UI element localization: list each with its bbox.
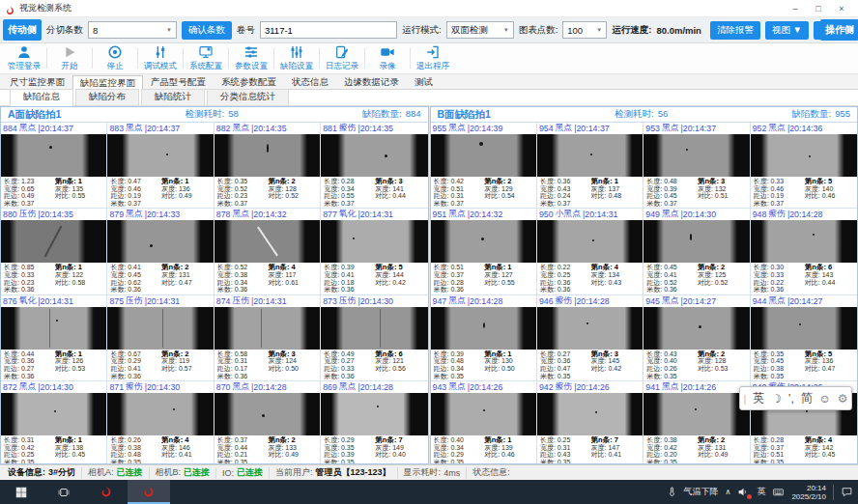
run-mode-select[interactable]: 双面检测 ▼ <box>446 21 514 39</box>
ime-fullwidth-moon-icon[interactable]: ☽ <box>771 392 782 406</box>
ime-drag-handle[interactable]: | <box>743 393 746 405</box>
defect-image[interactable] <box>537 134 643 177</box>
defect-image[interactable] <box>751 134 857 177</box>
defect-cell[interactable]: 953 黑点 |20:14:37 长度: 0.48 宽度: 0.39 距边: 0… <box>644 123 750 209</box>
defect-image[interactable] <box>431 393 536 435</box>
defect-cell[interactable]: 871 擦伤 |20:14:30 长度: 0.26 宽度: 0.38 距边: 0… <box>107 381 214 464</box>
defect-image[interactable] <box>1 220 106 263</box>
chart-points-select[interactable]: 100 ▼ <box>562 21 607 39</box>
defect-cell[interactable]: 944 黑点 |20:14:27 长度: 0.35 宽度: 0.45 距边: 0… <box>751 295 857 381</box>
maximize-icon[interactable]: □ <box>807 1 830 16</box>
defect-cell[interactable]: 876 氧化 |20:14:31 长度: 0.44 宽度: 0.36 距边: 0… <box>1 295 107 381</box>
defect-cell[interactable]: 882 黑点 |20:14:35 长度: 0.35 宽度: 0.52 距边: 0… <box>214 123 321 209</box>
action-stop-button[interactable]: 停止 <box>93 43 137 73</box>
ime-settings-icon[interactable]: ⚙ <box>838 392 848 406</box>
action-monitor-button[interactable]: 系统配置 <box>184 43 228 73</box>
tab-main-5[interactable]: 边缘数据记录 <box>336 74 407 89</box>
task-view-button[interactable] <box>43 480 85 504</box>
defect-image[interactable] <box>107 220 213 263</box>
defect-image[interactable] <box>214 220 320 263</box>
defect-image[interactable] <box>431 307 536 350</box>
defect-cell[interactable]: 881 擦伤 |20:14:35 长度: 0.28 宽度: 0.34 距边: 0… <box>321 123 427 209</box>
action-exit-button[interactable]: 退出程序 <box>411 43 455 73</box>
defect-image[interactable] <box>214 134 320 177</box>
taskbar-clock[interactable]: 20:14 2025/2/10 <box>791 484 826 501</box>
defect-cell[interactable]: 952 黑点 |20:14:36 长度: 0.33 宽度: 0.46 距边: 0… <box>751 123 857 209</box>
tray-expand-icon[interactable]: ∧ <box>726 488 731 496</box>
defect-cell[interactable]: 884 黑点 |20:14:37 长度: 1.23 宽度: 0.65 距边: 0… <box>1 123 107 209</box>
defect-image[interactable] <box>644 393 749 435</box>
action-sliders-button[interactable]: 参数设置 <box>229 43 273 73</box>
volume-icon[interactable] <box>737 486 750 498</box>
defect-image[interactable] <box>537 220 643 263</box>
defect-cell[interactable]: 878 黑点 |20:14:32 长度: 0.52 宽度: 0.38 距边: 0… <box>214 209 321 294</box>
defect-cell[interactable]: 948 擦伤 |20:14:28 长度: 0.30 宽度: 0.33 距边: 0… <box>751 209 857 294</box>
defect-cell[interactable]: 955 黑点 |20:14:39 长度: 0.42 宽度: 0.51 距边: 0… <box>431 123 537 209</box>
tab-sub-1[interactable]: 缺陷分布 <box>75 89 139 105</box>
tab-main-2[interactable]: 产品型号配置 <box>143 74 214 89</box>
ime-language-indicator[interactable]: 英 <box>757 486 765 498</box>
defect-image[interactable] <box>1 307 106 350</box>
confirm-count-button[interactable]: 确认条数 <box>182 21 232 40</box>
defect-cell[interactable]: 870 黑点 |20:14:28 长度: 0.37 宽度: 0.44 距边: 0… <box>214 381 321 464</box>
touch-keyboard-icon[interactable] <box>772 486 785 498</box>
close-icon[interactable]: × <box>830 1 853 16</box>
defect-image[interactable] <box>107 393 213 435</box>
defect-cell[interactable]: 950 小黑点 |20:14:31 长度: 0.22 宽度: 0.25 距边: … <box>537 209 644 294</box>
defect-cell[interactable]: 946 擦伤 |20:14:28 长度: 0.27 宽度: 0.36 距边: 0… <box>537 295 644 381</box>
notification-center-icon[interactable] <box>841 486 853 498</box>
weather-text[interactable]: 气温下降 <box>684 486 719 498</box>
ime-lang-toggle[interactable]: 英 <box>753 390 764 406</box>
defect-image[interactable] <box>537 307 643 350</box>
action-play-button[interactable]: 开始 <box>47 43 92 73</box>
defect-image[interactable] <box>644 220 749 263</box>
defect-cell[interactable]: 874 压伤 |20:14:31 长度: 0.58 宽度: 0.31 距边: 0… <box>214 295 321 381</box>
defect-cell[interactable]: 883 黑点 |20:14:37 长度: 0.47 宽度: 0.46 距边: 0… <box>107 123 214 209</box>
action-user-button[interactable]: 管理登录 <box>2 43 46 73</box>
defect-image[interactable] <box>431 134 536 177</box>
cmd-button-1[interactable]: 视图 ▼ <box>765 21 809 40</box>
defect-cell[interactable]: 869 黑点 |20:14:28 长度: 0.29 宽度: 0.35 距边: 0… <box>321 381 427 464</box>
defect-cell[interactable]: 954 黑点 |20:14:37 长度: 0.36 宽度: 0.43 距边: 0… <box>537 123 644 209</box>
tab-main-3[interactable]: 系统参数配置 <box>214 74 284 89</box>
defect-cell[interactable]: 879 黑点 |20:14:33 长度: 0.41 宽度: 0.45 距边: 0… <box>107 209 214 294</box>
ime-simplified-toggle[interactable]: 简 <box>801 390 813 406</box>
defect-image[interactable] <box>644 307 749 350</box>
defect-image[interactable] <box>537 393 643 435</box>
defect-image[interactable] <box>644 134 749 177</box>
defect-image[interactable] <box>1 393 106 435</box>
defect-image[interactable] <box>431 220 536 263</box>
defect-cell[interactable]: 947 黑点 |20:14:28 长度: 0.39 宽度: 0.48 距边: 0… <box>431 295 537 381</box>
tab-main-6[interactable]: 测试 <box>407 74 441 89</box>
taskbar-app-browser[interactable] <box>85 480 128 504</box>
tab-sub-2[interactable]: 缺陷统计 <box>141 89 205 105</box>
tab-sub-3[interactable]: 分类信息统计 <box>207 89 289 105</box>
defect-cell[interactable]: 943 黑点 |20:14:26 长度: 0.40 宽度: 0.34 距边: 0… <box>431 381 537 464</box>
tab-sub-0[interactable]: 缺陷信息 <box>10 89 73 106</box>
defect-cell[interactable]: 872 黑点 |20:14:30 长度: 0.31 宽度: 0.42 距边: 0… <box>1 381 107 464</box>
split-count-select[interactable]: 8 ▼ <box>88 21 177 39</box>
action-camera-button[interactable]: 录像 <box>365 43 410 73</box>
taskbar-app-inspection[interactable] <box>128 480 170 504</box>
roll-number-input[interactable] <box>260 21 397 39</box>
minimize-icon[interactable]: – <box>784 1 807 16</box>
defect-image[interactable] <box>751 307 857 350</box>
defect-image[interactable] <box>321 307 427 350</box>
defect-image[interactable] <box>1 134 106 177</box>
cmd-button-0[interactable]: 清除报警 <box>710 21 760 40</box>
defect-image[interactable] <box>321 220 427 263</box>
defect-image[interactable] <box>107 134 213 177</box>
tab-main-1[interactable]: 缺陷监控界面 <box>72 75 143 90</box>
defect-image[interactable] <box>107 307 213 350</box>
defect-cell[interactable]: 942 擦伤 |20:14:26 长度: 0.25 宽度: 0.31 距边: 0… <box>537 381 644 464</box>
defect-image[interactable] <box>751 220 857 263</box>
defect-cell[interactable]: 945 黑点 |20:14:27 长度: 0.43 宽度: 0.40 距边: 0… <box>644 295 750 381</box>
defect-image[interactable] <box>214 307 320 350</box>
defect-cell[interactable]: 880 压伤 |20:14:35 长度: 0.85 宽度: 0.33 距边: 0… <box>1 209 107 294</box>
defect-image[interactable] <box>321 134 427 177</box>
start-button[interactable] <box>0 480 43 504</box>
defect-cell[interactable]: 873 压伤 |20:14:30 长度: 0.49 宽度: 0.27 距边: 0… <box>321 295 427 381</box>
defect-cell[interactable]: 949 黑点 |20:14:30 长度: 0.45 宽度: 0.41 距边: 0… <box>644 209 750 294</box>
tab-main-0[interactable]: 尺寸监控界面 <box>2 74 72 89</box>
action-tune-button[interactable]: 调试模式 <box>138 43 183 73</box>
